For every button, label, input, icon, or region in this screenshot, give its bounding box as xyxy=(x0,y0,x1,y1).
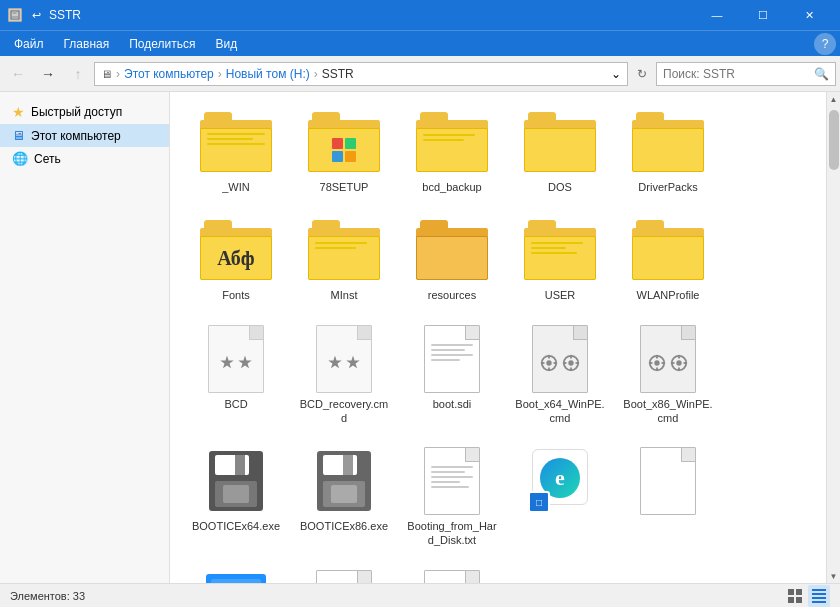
file-item-edge[interactable]: e □ xyxy=(510,439,610,554)
svg-rect-7 xyxy=(541,362,545,364)
sidebar-label-this-pc: Этот компьютер xyxy=(31,129,121,143)
address-bar[interactable]: 🖥 › Этот компьютер › Новый том (H:) › SS… xyxy=(94,62,628,86)
svg-rect-1 xyxy=(13,11,17,14)
svg-rect-5 xyxy=(548,354,550,358)
sidebar-item-quick-access[interactable]: ★ Быстрый доступ xyxy=(0,100,169,124)
svg-rect-31 xyxy=(223,485,249,503)
scroll-down-arrow[interactable]: ▼ xyxy=(827,569,841,583)
svg-point-22 xyxy=(676,360,681,365)
svg-rect-25 xyxy=(671,362,675,364)
maximize-button[interactable]: ☐ xyxy=(740,0,786,30)
file-icon-boot-x86 xyxy=(632,323,704,395)
file-item-dos[interactable]: DOS xyxy=(510,100,610,200)
file-item-minst[interactable]: MInst xyxy=(294,208,394,308)
address-this-pc[interactable]: Этот компьютер xyxy=(124,67,214,81)
address-current: SSTR xyxy=(322,67,354,81)
file-item-doc1[interactable] xyxy=(618,439,718,554)
svg-rect-18 xyxy=(656,367,658,371)
file-item-resources[interactable]: resources xyxy=(402,208,502,308)
minimize-button[interactable]: — xyxy=(694,0,740,30)
file-label-driverpacks: DriverPacks xyxy=(638,180,697,194)
file-item-78setup[interactable]: 78SETUP xyxy=(294,100,394,200)
grid-view-button[interactable] xyxy=(784,585,806,607)
file-item-win[interactable]: _WIN xyxy=(186,100,286,200)
close-button[interactable]: ✕ xyxy=(786,0,832,30)
file-item-doc3[interactable] xyxy=(402,562,502,583)
file-item-wlanprofile[interactable]: WLANProfile xyxy=(618,208,718,308)
file-item-booticex64[interactable]: BOOTICEx64.exe xyxy=(186,439,286,554)
file-item-boot-x64[interactable]: Boot_x64_WinPE.cmd xyxy=(510,317,610,432)
title-bar: ↩ SSTR — ☐ ✕ xyxy=(0,0,840,30)
title-text: SSTR xyxy=(49,8,81,22)
file-label-booting-from: Booting_from_Hard_Disk.txt xyxy=(406,519,498,548)
search-icon: 🔍 xyxy=(814,67,829,81)
address-dropdown[interactable]: ⌄ xyxy=(611,67,621,81)
save-icon xyxy=(8,8,22,22)
help-button[interactable]: ? xyxy=(814,33,836,55)
svg-rect-37 xyxy=(788,589,794,595)
file-label-bcd-recovery: BCD_recovery.cmd xyxy=(298,397,390,426)
file-item-bcd-recovery[interactable]: BCD_recovery.cmd xyxy=(294,317,394,432)
file-item-booticex86[interactable]: BOOTICEx86.exe xyxy=(294,439,394,554)
file-icon-booticex86 xyxy=(308,445,380,517)
svg-rect-29 xyxy=(235,455,245,475)
folder-icon-78setup xyxy=(308,106,380,178)
file-icon-bcd-recovery xyxy=(308,323,380,395)
file-item-booting-from[interactable]: Booting_from_Hard_Disk.txt xyxy=(402,439,502,554)
scroll-up-arrow[interactable]: ▲ xyxy=(827,92,841,106)
file-icon-bcd xyxy=(200,323,272,395)
menu-share[interactable]: Поделиться xyxy=(119,35,205,53)
svg-rect-26 xyxy=(684,362,688,364)
search-box[interactable]: 🔍 xyxy=(656,62,836,86)
scrollbar[interactable]: ▲ ▼ xyxy=(826,92,840,583)
forward-button[interactable]: → xyxy=(34,60,62,88)
details-view-button[interactable] xyxy=(808,585,830,607)
svg-rect-44 xyxy=(812,601,826,603)
main-layout: ★ Быстрый доступ 🖥 Этот компьютер 🌐 Сеть xyxy=(0,92,840,583)
svg-rect-14 xyxy=(576,362,580,364)
file-label-minst: MInst xyxy=(331,288,358,302)
file-item-fonts[interactable]: Абф Fonts xyxy=(186,208,286,308)
file-label-booticex86: BOOTICEx86.exe xyxy=(300,519,388,533)
file-item-user[interactable]: USER xyxy=(510,208,610,308)
sidebar-label-network: Сеть xyxy=(34,152,61,166)
svg-point-10 xyxy=(568,360,573,365)
file-item-bcd-backup[interactable]: bcd_backup xyxy=(402,100,502,200)
sidebar: ★ Быстрый доступ 🖥 Этот компьютер 🌐 Сеть xyxy=(0,92,170,583)
sidebar-item-this-pc[interactable]: 🖥 Этот компьютер xyxy=(0,124,169,147)
file-item-boot-x86[interactable]: Boot_x86_WinPE.cmd xyxy=(618,317,718,432)
view-controls xyxy=(784,585,830,607)
nav-bar: ← → ↑ 🖥 › Этот компьютер › Новый том (H:… xyxy=(0,56,840,92)
folder-icon-dos xyxy=(524,106,596,178)
scroll-track xyxy=(827,106,841,569)
up-button[interactable]: ↑ xyxy=(64,60,92,88)
search-input[interactable] xyxy=(663,67,810,81)
file-item-doc2[interactable] xyxy=(294,562,394,583)
address-drive[interactable]: Новый том (H:) xyxy=(226,67,310,81)
file-item-metro[interactable] xyxy=(186,562,286,583)
menu-file[interactable]: Файл xyxy=(4,35,54,53)
svg-rect-40 xyxy=(796,597,802,603)
svg-rect-17 xyxy=(656,354,658,358)
menu-view[interactable]: Вид xyxy=(205,35,247,53)
file-icon-booting-from xyxy=(416,445,488,517)
menu-home[interactable]: Главная xyxy=(54,35,120,53)
sidebar-item-network[interactable]: 🌐 Сеть xyxy=(0,147,169,170)
file-label-wlanprofile: WLANProfile xyxy=(637,288,700,302)
file-label-boot-x64: Boot_x64_WinPE.cmd xyxy=(514,397,606,426)
refresh-button[interactable]: ↻ xyxy=(630,62,654,86)
file-item-bcd[interactable]: BCD xyxy=(186,317,286,432)
file-label-78setup: 78SETUP xyxy=(320,180,369,194)
svg-rect-36 xyxy=(331,485,357,503)
scroll-thumb[interactable] xyxy=(829,110,839,170)
computer-icon: 🖥 xyxy=(12,128,25,143)
back-button[interactable]: ← xyxy=(4,60,32,88)
file-icon-metro xyxy=(200,568,272,583)
file-item-driverpacks[interactable]: DriverPacks xyxy=(618,100,718,200)
file-icon-boot-sdi xyxy=(416,323,488,395)
svg-rect-23 xyxy=(678,354,680,358)
sidebar-label-quick-access: Быстрый доступ xyxy=(31,105,122,119)
file-label-booticex64: BOOTICEx64.exe xyxy=(192,519,280,533)
file-item-boot-sdi[interactable]: boot.sdi xyxy=(402,317,502,432)
svg-rect-24 xyxy=(678,367,680,371)
